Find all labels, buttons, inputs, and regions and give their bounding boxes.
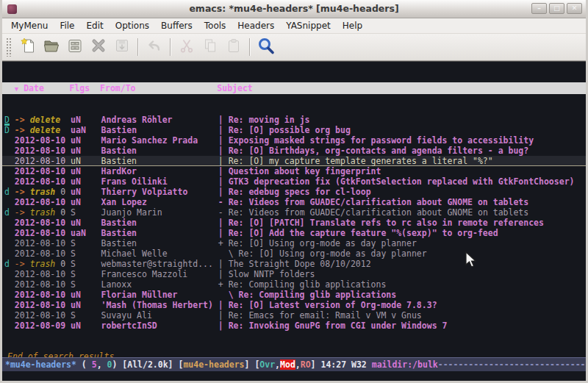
row-thread-prefix: \ — [218, 248, 239, 259]
cut-icon — [178, 37, 196, 57]
row-date: 2012-08-10 — [15, 156, 71, 166]
row-mark-arrow: -> — [15, 259, 30, 269]
row-thread-prefix: | — [218, 310, 229, 321]
row-flags: S — [71, 279, 101, 290]
open-folder-icon — [43, 37, 60, 57]
header-row[interactable]: 2012-08-10 uaN Bastien | Re: [O] Add the… — [4, 228, 586, 238]
header-row[interactable]: 2012-08-09 uN robertcInSD | Re: Invoking… — [4, 321, 586, 331]
row-mark-action: delete — [30, 125, 61, 135]
menu-item-mymenu[interactable]: MyMenu — [5, 19, 54, 32]
search-button[interactable] — [254, 36, 278, 58]
header-rows: D -> delete uN Andreas Röhler | Re: movi… — [2, 115, 586, 331]
row-from: Suvayu Ali — [101, 310, 218, 321]
header-row[interactable]: d -> trash 0 S Juanjo Marin - Re: Videos… — [4, 207, 586, 218]
menu-item-headers[interactable]: Headers — [232, 19, 280, 32]
file-drawer-icon — [66, 37, 84, 57]
row-subject: Re: edebug specs for cl-loop — [229, 187, 371, 197]
row-thread-prefix: + — [218, 279, 229, 290]
toolbar-buttons — [16, 36, 278, 58]
menu-item-help[interactable]: Help — [337, 19, 368, 32]
row-thread-prefix: | — [218, 228, 229, 238]
header-row[interactable]: D -> delete uaN Bastien | Re: [O] possib… — [4, 125, 586, 135]
row-mark — [4, 269, 15, 279]
row-thread-prefix: | — [218, 166, 229, 176]
row-flags: uaN — [71, 228, 101, 238]
header-row[interactable]: 2012-08-10 uN Frans Oilinki | GTK3 depre… — [4, 176, 586, 187]
mu4e-headers-buffer: ▼ Date Flgs From/To Subject D -> delete … — [2, 61, 586, 357]
header-row[interactable]: 2012-08-10 uN Xan Lopez - Re: Videos fro… — [4, 197, 586, 207]
titlebar[interactable]: emacs: *mu4e-headers* [mu4e-headers] –□✕ — [2, 0, 586, 18]
header-row[interactable]: d -> trash 0 uN Thierry Volpiatto | Re: … — [4, 187, 586, 197]
row-subject: Re: Invoking GnuPG from CGI under Window… — [229, 321, 448, 331]
row-subject: Re: [O] Add the capture feature "%(sexp)… — [229, 228, 498, 238]
mouse-pointer-icon — [465, 251, 478, 269]
row-flags: uN — [71, 218, 101, 228]
row-mark — [4, 310, 15, 321]
row-date: 2012-08-10 — [15, 146, 71, 156]
row-from: Frans Oilinki — [101, 176, 218, 187]
header-row[interactable]: 2012-08-10 S Bastien + Re: [O] Using org… — [4, 238, 586, 248]
header-row[interactable]: 2012-08-10 uN Florian Müllner \ Re: Comp… — [4, 290, 586, 300]
row-thread-prefix: | — [218, 300, 229, 310]
menu-item-tools[interactable]: Tools — [198, 19, 232, 32]
row-subject: The Straight Dope 08/10/2012 — [229, 259, 371, 269]
row-mark — [4, 197, 15, 207]
row-thread-prefix: | — [218, 187, 229, 197]
modeline-segment: mu4e-headers — [183, 359, 244, 370]
header-row[interactable]: 2012-08-10 uN Bastien | Re: [O] my captu… — [2, 156, 586, 166]
menubar: MyMenuFileEditOptionsBuffersToolsHeaders… — [2, 18, 586, 34]
menu-item-yasnippet[interactable]: YASnippet — [280, 19, 337, 32]
cut-button — [175, 36, 198, 58]
row-flags: uN — [71, 290, 101, 300]
header-row[interactable]: 2012-08-10 uN Mario Sanchez Prada | Expo… — [4, 135, 586, 146]
menu-item-file[interactable]: File — [54, 19, 80, 32]
row-mark-arrow: -> — [15, 187, 30, 197]
row-flags: S — [71, 238, 101, 248]
toolbar-drag-handle[interactable] — [6, 37, 12, 57]
header-row[interactable]: 2012-08-10 S Michael Welle \ Re: [O] Usi… — [4, 248, 586, 259]
row-flags: uN — [71, 166, 101, 176]
header-row[interactable]: 2012-08-10 uN HardKor | Question about k… — [4, 166, 586, 176]
row-from: Francesco Mazzoli — [101, 269, 218, 279]
row-thread-prefix: | — [218, 115, 229, 125]
menu-item-buffers[interactable]: Buffers — [155, 19, 198, 32]
modeline-segment: --------------------------------- — [438, 359, 586, 370]
modeline-segment: ] — [245, 359, 255, 370]
header-row[interactable]: 2012-08-10 uN 'Mash (Thomas Herbert) | R… — [4, 300, 586, 310]
row-mark — [4, 279, 15, 290]
header-row[interactable]: 2012-08-10 uN Bastien | Re: [O] Birthday… — [4, 146, 586, 156]
minimize-button[interactable]: – — [531, 3, 547, 14]
row-from: Andreas Röhler — [101, 115, 218, 125]
row-subject: Re: Videos from GUADEC/clarification abo… — [229, 197, 529, 207]
close-buffer-button[interactable] — [87, 36, 110, 58]
row-flags: S — [71, 259, 101, 269]
header-row[interactable]: 2012-08-10 uN Bastien | Re: [O] [PATCH] … — [4, 218, 586, 228]
row-flags: S — [71, 310, 101, 321]
header-row[interactable]: d -> trash 0 S webmaster@straightd... | … — [4, 259, 586, 269]
header-row[interactable]: 2012-08-10 S Suvayu Ali | Re: Emacs for … — [4, 310, 586, 321]
menu-item-options[interactable]: Options — [110, 19, 155, 32]
row-mark — [4, 290, 15, 300]
row-flags: S — [71, 207, 101, 218]
row-mark: d — [4, 187, 15, 197]
row-flags: uN — [71, 176, 101, 187]
new-file-button[interactable] — [16, 36, 40, 58]
undo-button — [143, 36, 166, 58]
row-mark — [4, 166, 15, 176]
close-button[interactable]: ✕ — [567, 3, 582, 14]
row-thread-prefix: | — [218, 135, 229, 146]
header-row[interactable]: D -> delete uN Andreas Röhler | Re: movi… — [4, 115, 586, 125]
row-mark: D — [4, 125, 15, 135]
open-folder-button[interactable] — [40, 36, 63, 58]
header-row[interactable]: 2012-08-10 S Francesco Mazzoli | Slow NN… — [4, 269, 586, 279]
window-title: emacs: *mu4e-headers* [mu4e-headers] — [2, 3, 586, 14]
row-mark — [4, 321, 15, 331]
menu-item-edit[interactable]: Edit — [81, 19, 110, 32]
header-row[interactable]: 2012-08-10 S Lanoxx + Re: Compiling glib… — [4, 279, 586, 290]
row-thread-prefix: | — [218, 321, 229, 331]
maximize-button[interactable]: □ — [549, 3, 564, 14]
echo-area[interactable] — [2, 371, 586, 381]
file-drawer-button[interactable] — [63, 36, 87, 58]
modeline-segment: , — [97, 359, 107, 370]
row-subject: Re: [O] possible org bug — [229, 125, 351, 135]
